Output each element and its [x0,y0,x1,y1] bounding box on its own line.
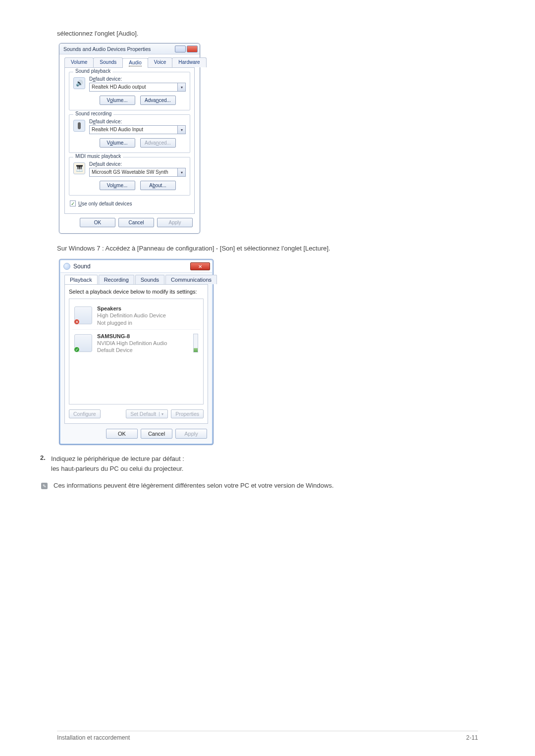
group-label: Sound playback [73,68,112,74]
playback-device-combo[interactable]: Realtek HD Audio output ▾ [89,83,186,92]
help-icon[interactable] [175,46,186,52]
ok-button[interactable]: OK [80,218,115,227]
recording-volume-button[interactable]: Volume... [100,138,135,148]
group-midi-playback: MIDI music playback 🎹 Default device: Mi… [69,157,190,196]
tab-recording[interactable]: Recording [99,275,134,284]
footer-section: Installation et raccordement [57,734,130,741]
xp-titlebar[interactable]: Sounds and Audio Devices Properties [59,44,200,54]
chevron-down-icon[interactable]: ▾ [177,126,185,134]
group-label: MIDI music playback [73,153,123,159]
volume-meter [193,334,198,353]
intro-text: sélectionnez l'onglet [Audio]. [57,30,478,37]
recording-advanced-button: Advanced... [140,138,176,148]
monitor-speaker-icon: ✓ [74,334,92,352]
midi-about-button[interactable]: About... [140,181,176,190]
midi-volume-button[interactable]: Volume... [100,181,135,190]
note-text: Ces informations peuvent être légèrement… [54,482,334,489]
tab-sounds[interactable]: Sounds [93,57,123,67]
device-status: Default Device [97,347,188,353]
device-status: Not plugged in [97,319,198,326]
group-label: Sound recording [73,111,113,116]
tab-volume[interactable]: Volume [64,57,94,67]
group-sound-playback: Sound playback 🔊 Default device: Realtek… [69,72,190,110]
configure-button: Configure [69,409,101,418]
tab-communications[interactable]: Communications [165,275,217,284]
tab-playback[interactable]: Playback [64,275,98,284]
apply-button: Apply [157,218,193,227]
win7-intro-text: Sur Windows 7 : Accédez à [Panneau de co… [57,245,478,252]
playback-advanced-button[interactable]: Advanced... [140,96,176,105]
list-item[interactable]: ✕ Speakers High Definition Audio Device … [72,302,200,329]
step-number: 2. [40,454,51,461]
step-text: Indiquez le périphérique de lecture par … [51,455,184,462]
close-icon[interactable] [187,46,198,52]
device-driver: NVIDIA High Definition Audio [97,340,188,347]
chevron-down-icon[interactable]: ▾ [177,83,185,91]
playback-volume-button[interactable]: Volume... [100,96,135,105]
chevron-down-icon: ▾ [159,412,163,416]
midi-icon: 🎹 [73,162,85,174]
close-icon[interactable]: ✕ [190,262,210,270]
device-name: Speakers [97,305,198,312]
status-badge: ✓ [74,347,80,353]
tab-sounds[interactable]: Sounds [135,275,164,284]
list-item[interactable]: ✓ SAMSUNG-8 NVIDIA High Definition Audio… [72,329,200,357]
sound-icon [63,263,70,270]
device-driver: High Definition Audio Device [97,312,198,319]
win7-titlebar[interactable]: Sound ✕ [60,260,212,272]
tab-voice[interactable]: Voice [148,57,172,67]
xp-title: Sounds and Audio Devices Properties [63,46,151,52]
recording-device-combo[interactable]: Realtek HD Audio Input ▾ [89,125,186,134]
win7-title: Sound [73,263,91,270]
page-footer: Installation et raccordement 2-11 [57,731,478,741]
instruction-text: Select a playback device below to modify… [69,289,204,295]
playback-device-list[interactable]: ✕ Speakers High Definition Audio Device … [69,299,204,404]
microphone-icon [73,120,85,132]
win7-sound-dialog: Sound ✕ Playback Recording Sounds Commun… [59,259,214,445]
note-icon: ✎ [41,483,48,489]
checkbox-icon[interactable]: ✓ [70,201,76,206]
midi-device-combo[interactable]: Microsoft GS Wavetable SW Synth ▾ [89,168,186,177]
xp-sounds-dialog: Sounds and Audio Devices Properties Volu… [59,43,200,234]
win7-tabs: Playback Recording Sounds Communications [64,275,208,284]
group-sound-recording: Sound recording Default device: Realtek … [69,114,190,153]
footer-pagenum: 2-11 [466,734,478,741]
ok-button[interactable]: OK [106,429,138,439]
device-name: SAMSUNG-8 [97,333,188,340]
tab-hardware[interactable]: Hardware [172,57,206,67]
default-device-label: Default device: [89,76,186,82]
use-default-devices-checkbox[interactable]: ✓ Use only default devices [69,200,190,208]
apply-button: Apply [175,429,207,439]
tab-audio[interactable]: Audio [122,58,148,68]
xp-tabs: Volume Sounds Audio Voice Hardware [64,57,195,67]
step-text: les haut-parleurs du PC ou celui du proj… [51,465,183,472]
default-device-label: Default device: [89,161,186,167]
cancel-button[interactable]: Cancel [141,429,172,439]
chevron-down-icon[interactable]: ▾ [177,168,185,176]
speaker-icon: 🔊 [73,77,85,89]
status-badge: ✕ [74,319,80,325]
properties-button: Properties [171,409,204,418]
set-default-button: Set Default▾ [126,409,168,418]
default-device-label: Default device: [89,119,186,124]
speaker-icon: ✕ [74,306,92,324]
cancel-button[interactable]: Cancel [118,218,154,227]
